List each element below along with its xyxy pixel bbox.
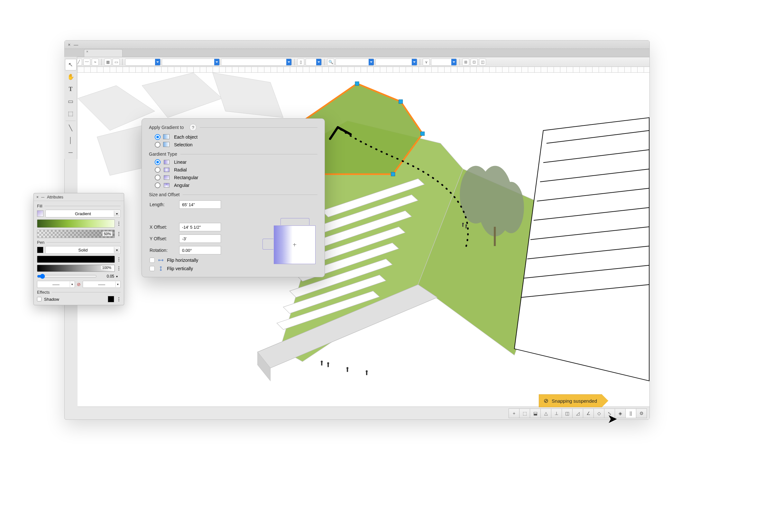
toolbar-search-field[interactable] xyxy=(335,59,374,66)
toolbar-separator xyxy=(459,59,460,65)
help-button[interactable]: ? xyxy=(189,124,197,131)
line-tool-3[interactable]: ─ xyxy=(65,147,77,158)
fill-type-dropdown[interactable]: Gradient ▾ xyxy=(45,210,121,217)
flip-horizontal-checkbox[interactable] xyxy=(150,258,155,263)
dropdown-arrow-icon[interactable] xyxy=(155,59,160,65)
fill-opacity-bar[interactable]: 50% xyxy=(37,230,115,238)
dropdown-arrow-icon[interactable] xyxy=(412,59,417,65)
line-tool-2[interactable]: │ xyxy=(65,134,77,146)
document-tabbar: × xyxy=(65,49,649,57)
snap-btn-edge[interactable]: ⬓ xyxy=(530,408,541,418)
toolbar-view3-icon[interactable]: ◫ xyxy=(479,59,486,66)
snap-btn-angle[interactable]: △ xyxy=(540,408,551,418)
toolbar-angle-icon[interactable]: ∨ xyxy=(423,59,430,66)
toolbar-box-icon[interactable]: ▭ xyxy=(113,59,120,66)
snap-off-icon: ⊘ xyxy=(544,397,548,404)
toolbar-wave-icon[interactable]: ≈ xyxy=(92,59,99,66)
chevron-down-icon[interactable]: ▾ xyxy=(114,211,120,216)
toolbar-grid-icon[interactable]: ▦ xyxy=(104,59,111,66)
gradient-linear-radio[interactable] xyxy=(155,159,161,165)
link-icon[interactable]: ⊘ xyxy=(77,282,81,287)
window-titlebar[interactable]: × — xyxy=(65,41,649,49)
x-offset-input[interactable]: -14' 5 1/2" xyxy=(179,223,221,231)
more-options-button[interactable] xyxy=(117,232,121,236)
chevron-down-icon[interactable]: ▾ xyxy=(114,247,120,253)
pen-width-slider[interactable] xyxy=(37,274,97,279)
palette-close-button[interactable]: × xyxy=(36,195,39,199)
pan-tool[interactable]: ✋ xyxy=(65,71,77,83)
snap-btn-add[interactable]: + xyxy=(509,408,519,418)
gradient-angular-radio[interactable] xyxy=(155,182,161,188)
toolbar-view2-icon[interactable]: ⊡ xyxy=(471,59,478,66)
chevron-down-icon[interactable]: ▾ xyxy=(115,281,120,287)
pen-type-dropdown[interactable]: Solid ▾ xyxy=(45,246,121,254)
window-close-button[interactable]: × xyxy=(68,42,70,47)
attributes-title: Attributes xyxy=(47,195,63,199)
chevron-down-icon[interactable]: ▾ xyxy=(70,281,74,287)
snap-pause-button[interactable]: || xyxy=(625,408,636,418)
palette-minimize-button[interactable]: — xyxy=(41,195,44,199)
toolbar-page-field[interactable] xyxy=(306,59,322,66)
each-object-icon xyxy=(164,135,170,139)
length-input[interactable]: 65' 14" xyxy=(179,200,221,209)
snap-settings-button[interactable]: ⚙ xyxy=(636,408,647,418)
gradient-linear-label: Linear xyxy=(174,160,187,165)
fill-swatch[interactable] xyxy=(37,210,43,217)
toolbar-angle-field[interactable] xyxy=(431,59,457,66)
more-options-button[interactable] xyxy=(117,222,121,226)
toolbar-search-icon[interactable]: 🔍 xyxy=(327,59,334,66)
more-options-button[interactable] xyxy=(117,266,121,271)
rect-icon: ▭ xyxy=(68,98,73,105)
text-tool[interactable]: T xyxy=(65,83,77,95)
tab-close-button[interactable]: × xyxy=(86,50,88,53)
pen-color-bar[interactable] xyxy=(37,256,115,263)
gradient-rectangular-radio[interactable] xyxy=(155,175,161,180)
dropdown-arrow-icon[interactable] xyxy=(316,59,321,65)
toolbar-field-4[interactable] xyxy=(375,59,417,66)
svg-point-40 xyxy=(465,225,467,226)
toolbar-curve-icon[interactable]: 〰 xyxy=(83,59,90,66)
gradient-radial-radio[interactable] xyxy=(155,167,161,173)
pen-opacity-bar[interactable]: 100% xyxy=(37,265,115,272)
toolbar-field-3[interactable] xyxy=(221,59,292,66)
dropdown-arrow-icon[interactable] xyxy=(451,59,456,65)
gradient-dialog[interactable]: Apply Gradient to ? Each object Selectio… xyxy=(142,118,325,277)
line-icon: │ xyxy=(69,137,72,144)
apply-selection-radio[interactable] xyxy=(155,142,161,148)
fill-gradient-preview[interactable] xyxy=(37,219,115,228)
snap-btn-smart[interactable]: ◈ xyxy=(615,408,626,418)
shadow-checkbox[interactable] xyxy=(37,297,41,301)
rect-tool[interactable]: ▭ xyxy=(65,96,77,107)
line-end-dropdown[interactable]: ——▾ xyxy=(83,281,121,288)
toolbar-view1-icon[interactable]: ⊞ xyxy=(462,59,469,66)
toolbar-field-2[interactable] xyxy=(162,59,220,66)
pen-swatch[interactable] xyxy=(37,247,43,253)
shadow-color-swatch[interactable] xyxy=(108,296,114,302)
snap-btn-tangent[interactable]: ∠ xyxy=(583,408,594,418)
selection-tool[interactable]: ↖ xyxy=(65,59,77,70)
toolbar-field-1[interactable] xyxy=(125,59,161,66)
snap-btn-extend[interactable]: ⤡ xyxy=(604,408,615,418)
dropdown-arrow-icon[interactable] xyxy=(214,59,219,65)
snap-btn-corner[interactable]: ◿ xyxy=(572,408,583,418)
more-options-button[interactable] xyxy=(117,297,121,301)
attributes-palette[interactable]: × — Attributes Fill Gradient ▾ 50% Pen S xyxy=(33,193,124,305)
line-tool-1[interactable]: ╲ xyxy=(65,122,77,134)
y-offset-input[interactable]: -3' xyxy=(179,234,221,243)
toolbar-page-icon[interactable]: ▯ xyxy=(297,59,304,66)
snap-btn-intersect[interactable]: ◇ xyxy=(593,408,604,418)
snap-btn-grid[interactable]: ◫ xyxy=(562,408,573,418)
window-minimize-button[interactable]: — xyxy=(74,42,78,47)
flip-vertical-checkbox[interactable] xyxy=(150,266,155,271)
line-start-dropdown[interactable]: ——▾ xyxy=(37,281,75,288)
dropdown-arrow-icon[interactable] xyxy=(369,59,374,65)
document-tab[interactable]: × xyxy=(84,49,123,57)
layer-tool[interactable]: ⬚ xyxy=(65,108,77,119)
snap-btn-perp[interactable]: ⊥ xyxy=(551,408,562,418)
apply-each-object-radio[interactable] xyxy=(155,134,161,140)
more-options-button[interactable] xyxy=(117,257,121,261)
rotation-input[interactable]: 0.00° xyxy=(179,246,221,254)
chevron-down-icon[interactable]: ▾ xyxy=(116,275,121,278)
dropdown-arrow-icon[interactable] xyxy=(286,59,291,65)
snap-btn-object[interactable]: ⬚ xyxy=(519,408,530,418)
